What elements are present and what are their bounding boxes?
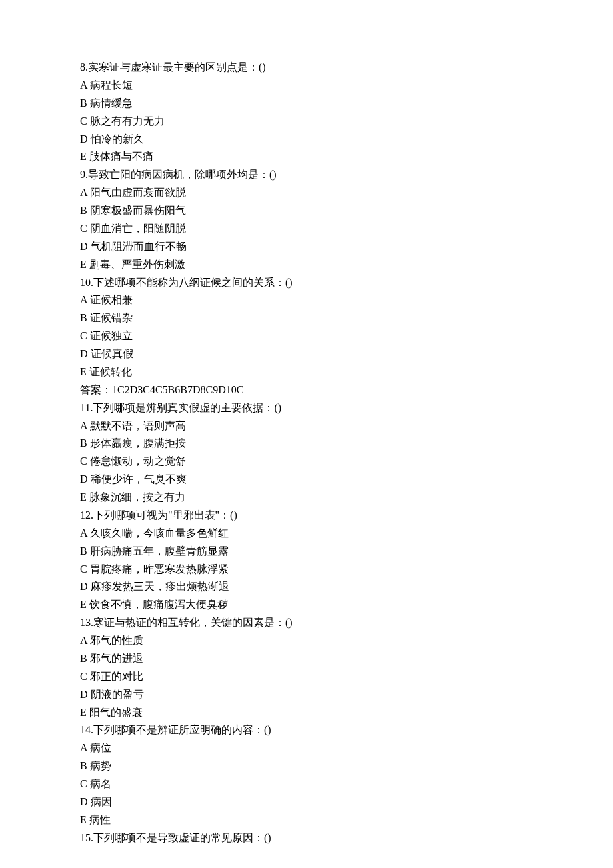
option-b: B 形体羸瘦，腹满拒按 [80,435,533,453]
option-a: A 证候相兼 [80,291,533,309]
option-d: D 阴液的盈亏 [80,686,533,704]
option-d: D 证候真假 [80,345,533,363]
option-d: D 麻疹发热三天，疹出烦热渐退 [80,578,533,596]
question-stem: 12.下列哪项可视为"里邪出表"：() [80,507,533,525]
question-stem: 11.下列哪项是辨别真实假虚的主要依据：() [80,399,533,417]
answers-line: 答案：1C2D3C4C5B6B7D8C9D10C [80,381,533,399]
document-content: 8.实寒证与虚寒证最主要的区别点是：() A 病程长短 B 病情缓急 C 脉之有… [80,59,533,847]
question-stem: 15.下列哪项不是导致虚证的常见原因：() [80,829,533,847]
option-c: C 倦怠懒动，动之觉舒 [80,453,533,471]
option-c: C 证候独立 [80,327,533,345]
option-e: E 脉象沉细，按之有力 [80,489,533,507]
option-c: C 阴血消亡，阳随阴脱 [80,220,533,238]
option-a: A 邪气的性质 [80,632,533,650]
option-d: D 怕冷的新久 [80,131,533,149]
option-a: A 默默不语，语则声高 [80,417,533,435]
option-b: B 邪气的进退 [80,650,533,668]
option-e: E 剧毒、严重外伤刺激 [80,256,533,274]
question-stem: 9.导致亡阳的病因病机，除哪项外均是：() [80,166,533,184]
option-d: D 病因 [80,793,533,811]
option-d: D 气机阻滞而血行不畅 [80,238,533,256]
option-c: C 脉之有有力无力 [80,113,533,131]
option-b: B 证候错杂 [80,309,533,327]
option-e: E 阳气的盛衰 [80,704,533,722]
option-c: C 胃脘疼痛，昨恶寒发热脉浮紧 [80,561,533,579]
question-stem: 13.寒证与热证的相互转化，关键的因素是：() [80,614,533,632]
option-d: D 稀便少许，气臭不爽 [80,471,533,489]
question-stem: 8.实寒证与虚寒证最主要的区别点是：() [80,59,533,77]
option-e: E 证候转化 [80,363,533,381]
option-a: A 久咳久喘，今咳血量多色鲜红 [80,525,533,543]
option-a: A 阳气由虚而衰而欲脱 [80,184,533,202]
question-stem: 14.下列哪项不是辨证所应明确的内容：() [80,721,533,739]
option-b: B 病势 [80,757,533,775]
option-c: C 病名 [80,775,533,793]
option-a: A 病位 [80,739,533,757]
question-stem: 10.下述哪项不能称为八纲证候之间的关系：() [80,274,533,292]
option-b: B 病情缓急 [80,95,533,113]
option-c: C 邪正的对比 [80,668,533,686]
option-e: E 病性 [80,811,533,829]
option-e: E 肢体痛与不痛 [80,148,533,166]
option-b: B 肝病胁痛五年，腹壁青筋显露 [80,543,533,561]
option-a: A 病程长短 [80,77,533,95]
option-e: E 饮食不慎，腹痛腹泻大便臭秽 [80,596,533,614]
option-b: B 阴寒极盛而暴伤阳气 [80,202,533,220]
